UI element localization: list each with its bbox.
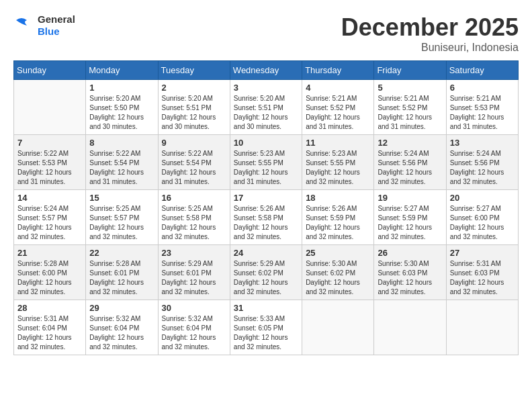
day-number: 12 — [378, 138, 442, 148]
day-number: 16 — [162, 193, 226, 203]
calendar-cell: 23Sunrise: 5:29 AMSunset: 6:01 PMDayligh… — [158, 245, 230, 300]
weekday-header-thursday: Thursday — [302, 61, 374, 80]
calendar-cell: 11Sunrise: 5:23 AMSunset: 5:55 PMDayligh… — [302, 135, 374, 190]
day-info: Sunrise: 5:24 AMSunset: 5:56 PMDaylight:… — [450, 149, 515, 187]
day-number: 30 — [162, 303, 226, 313]
day-info: Sunrise: 5:26 AMSunset: 5:59 PMDaylight:… — [306, 204, 370, 242]
day-number: 31 — [234, 303, 298, 313]
calendar-cell — [302, 300, 374, 355]
calendar-cell: 13Sunrise: 5:24 AMSunset: 5:56 PMDayligh… — [446, 135, 518, 190]
calendar-cell: 24Sunrise: 5:29 AMSunset: 6:02 PMDayligh… — [230, 245, 302, 300]
calendar-cell: 5Sunrise: 5:21 AMSunset: 5:52 PMDaylight… — [374, 80, 446, 135]
calendar-cell: 7Sunrise: 5:22 AMSunset: 5:53 PMDaylight… — [14, 135, 86, 190]
day-info: Sunrise: 5:27 AMSunset: 5:59 PMDaylight:… — [378, 204, 442, 242]
calendar-cell: 31Sunrise: 5:33 AMSunset: 6:05 PMDayligh… — [230, 300, 302, 355]
calendar-cell: 4Sunrise: 5:21 AMSunset: 5:52 PMDaylight… — [302, 80, 374, 135]
calendar-cell: 1Sunrise: 5:20 AMSunset: 5:50 PMDaylight… — [86, 80, 158, 135]
day-info: Sunrise: 5:20 AMSunset: 5:50 PMDaylight:… — [89, 94, 154, 132]
weekday-header-row: SundayMondayTuesdayWednesdayThursdayFrid… — [14, 61, 519, 80]
day-number: 29 — [89, 303, 154, 313]
calendar-cell: 6Sunrise: 5:21 AMSunset: 5:53 PMDaylight… — [446, 80, 518, 135]
day-number: 25 — [306, 248, 370, 258]
day-number: 27 — [450, 248, 515, 258]
day-info: Sunrise: 5:24 AMSunset: 5:56 PMDaylight:… — [378, 149, 442, 187]
day-number: 1 — [89, 83, 154, 93]
day-info: Sunrise: 5:21 AMSunset: 5:52 PMDaylight:… — [306, 94, 370, 132]
calendar-cell: 29Sunrise: 5:32 AMSunset: 6:04 PMDayligh… — [86, 300, 158, 355]
day-info: Sunrise: 5:29 AMSunset: 6:02 PMDaylight:… — [234, 259, 298, 297]
calendar-cell: 9Sunrise: 5:22 AMSunset: 5:54 PMDaylight… — [158, 135, 230, 190]
calendar-cell: 17Sunrise: 5:26 AMSunset: 5:58 PMDayligh… — [230, 190, 302, 245]
calendar-cell: 30Sunrise: 5:32 AMSunset: 6:04 PMDayligh… — [158, 300, 230, 355]
weekday-header-wednesday: Wednesday — [230, 61, 302, 80]
calendar-row: 28Sunrise: 5:31 AMSunset: 6:04 PMDayligh… — [14, 300, 519, 355]
day-number: 19 — [378, 193, 442, 203]
day-info: Sunrise: 5:31 AMSunset: 6:03 PMDaylight:… — [450, 259, 515, 297]
logo-container: General Blue — [13, 13, 75, 38]
weekday-header-monday: Monday — [86, 61, 158, 80]
weekday-header-sunday: Sunday — [14, 61, 86, 80]
calendar-cell: 15Sunrise: 5:25 AMSunset: 5:57 PMDayligh… — [86, 190, 158, 245]
calendar-cell: 3Sunrise: 5:20 AMSunset: 5:51 PMDaylight… — [230, 80, 302, 135]
day-number: 7 — [17, 138, 82, 148]
day-number: 15 — [89, 193, 154, 203]
day-number: 9 — [162, 138, 226, 148]
calendar-row: 7Sunrise: 5:22 AMSunset: 5:53 PMDaylight… — [14, 135, 519, 190]
day-number: 24 — [234, 248, 298, 258]
calendar-cell: 2Sunrise: 5:20 AMSunset: 5:51 PMDaylight… — [158, 80, 230, 135]
calendar-cell: 26Sunrise: 5:30 AMSunset: 6:03 PMDayligh… — [374, 245, 446, 300]
day-number: 10 — [234, 138, 298, 148]
day-info: Sunrise: 5:22 AMSunset: 5:54 PMDaylight:… — [162, 149, 226, 187]
location: Buniseuri, Indonesia — [341, 42, 519, 54]
day-number: 14 — [17, 193, 82, 203]
calendar-cell: 22Sunrise: 5:28 AMSunset: 6:01 PMDayligh… — [86, 245, 158, 300]
day-info: Sunrise: 5:29 AMSunset: 6:01 PMDaylight:… — [162, 259, 226, 297]
day-info: Sunrise: 5:31 AMSunset: 6:04 PMDaylight:… — [17, 314, 82, 352]
calendar-row: 1Sunrise: 5:20 AMSunset: 5:50 PMDaylight… — [14, 80, 519, 135]
calendar-cell: 25Sunrise: 5:30 AMSunset: 6:02 PMDayligh… — [302, 245, 374, 300]
day-info: Sunrise: 5:33 AMSunset: 6:05 PMDaylight:… — [234, 314, 298, 352]
day-number: 20 — [450, 193, 515, 203]
day-info: Sunrise: 5:24 AMSunset: 5:57 PMDaylight:… — [17, 204, 82, 242]
day-info: Sunrise: 5:25 AMSunset: 5:57 PMDaylight:… — [89, 204, 154, 242]
day-number: 11 — [306, 138, 370, 148]
day-number: 18 — [306, 193, 370, 203]
logo: General Blue — [13, 13, 75, 38]
day-number: 17 — [234, 193, 298, 203]
calendar-cell: 10Sunrise: 5:23 AMSunset: 5:55 PMDayligh… — [230, 135, 302, 190]
day-info: Sunrise: 5:22 AMSunset: 5:54 PMDaylight:… — [89, 149, 154, 187]
day-info: Sunrise: 5:21 AMSunset: 5:53 PMDaylight:… — [450, 94, 515, 132]
day-info: Sunrise: 5:23 AMSunset: 5:55 PMDaylight:… — [234, 149, 298, 187]
day-info: Sunrise: 5:23 AMSunset: 5:55 PMDaylight:… — [306, 149, 370, 187]
day-number: 3 — [234, 83, 298, 93]
calendar-cell: 16Sunrise: 5:25 AMSunset: 5:58 PMDayligh… — [158, 190, 230, 245]
day-info: Sunrise: 5:30 AMSunset: 6:03 PMDaylight:… — [378, 259, 442, 297]
day-info: Sunrise: 5:28 AMSunset: 6:01 PMDaylight:… — [89, 259, 154, 297]
day-number: 13 — [450, 138, 515, 148]
day-number: 4 — [306, 83, 370, 93]
day-info: Sunrise: 5:28 AMSunset: 6:00 PMDaylight:… — [17, 259, 82, 297]
calendar-cell: 14Sunrise: 5:24 AMSunset: 5:57 PMDayligh… — [14, 190, 86, 245]
day-number: 23 — [162, 248, 226, 258]
page-header: General Blue December 2025 Buniseuri, In… — [13, 13, 519, 54]
calendar-cell — [374, 300, 446, 355]
month-title: December 2025 — [341, 13, 519, 42]
calendar-cell: 20Sunrise: 5:27 AMSunset: 6:00 PMDayligh… — [446, 190, 518, 245]
day-number: 2 — [162, 83, 226, 93]
title-area: December 2025 Buniseuri, Indonesia — [341, 13, 519, 54]
calendar-row: 21Sunrise: 5:28 AMSunset: 6:00 PMDayligh… — [14, 245, 519, 300]
day-number: 26 — [378, 248, 442, 258]
day-number: 28 — [17, 303, 82, 313]
calendar-cell: 19Sunrise: 5:27 AMSunset: 5:59 PMDayligh… — [374, 190, 446, 245]
calendar-cell: 21Sunrise: 5:28 AMSunset: 6:00 PMDayligh… — [14, 245, 86, 300]
calendar-cell — [446, 300, 518, 355]
day-info: Sunrise: 5:32 AMSunset: 6:04 PMDaylight:… — [89, 314, 154, 352]
calendar-table: SundayMondayTuesdayWednesdayThursdayFrid… — [13, 60, 519, 355]
calendar-cell: 28Sunrise: 5:31 AMSunset: 6:04 PMDayligh… — [14, 300, 86, 355]
day-info: Sunrise: 5:25 AMSunset: 5:58 PMDaylight:… — [162, 204, 226, 242]
weekday-header-saturday: Saturday — [446, 61, 518, 80]
weekday-header-friday: Friday — [374, 61, 446, 80]
day-info: Sunrise: 5:30 AMSunset: 6:02 PMDaylight:… — [306, 259, 370, 297]
logo-text: General Blue — [38, 13, 75, 38]
day-info: Sunrise: 5:20 AMSunset: 5:51 PMDaylight:… — [234, 94, 298, 132]
